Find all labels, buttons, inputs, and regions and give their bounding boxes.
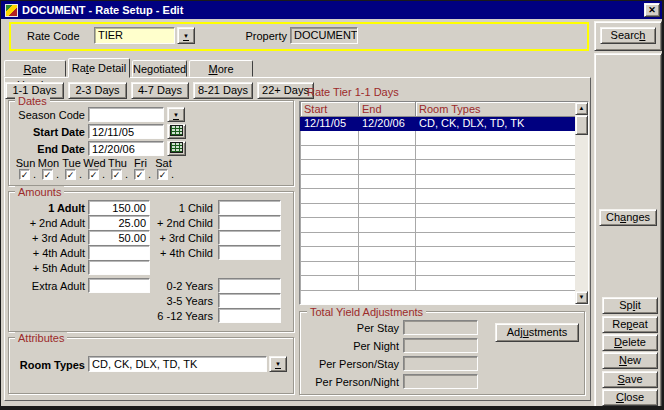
rate-tier-caption: Rate Tier 1-1 Days [307,86,399,98]
changes-button[interactable]: Changes [599,209,657,226]
table-row-empty[interactable] [301,261,576,276]
cell-room-types: CD, CK, DLX, TD, TK [416,116,576,131]
table-row-empty[interactable] [301,218,576,233]
adult2-label: + 2nd Adult [3,217,85,229]
adjustments-button[interactable]: Adjustments [495,323,579,342]
lov-arrow-icon: ▼ [173,112,179,120]
room-types-input[interactable]: CD, CK, DLX, TD, TK [88,356,267,372]
table-row-empty[interactable] [301,160,576,175]
adult5-input[interactable] [88,260,150,275]
scroll-up-icon: ▲ [579,105,585,111]
per-night-label: Per Night [303,340,399,352]
rate-tier-table-container: Start End Room Types 12/11/05 12/20/06 C… [299,101,589,305]
attributes-group-title: Attributes [15,332,67,344]
day-checkbox-tue[interactable]: ✓ [65,169,76,180]
dot: . [171,168,174,180]
column-header-room-types: Room Types [416,102,576,116]
close-button[interactable]: ✕ [644,3,660,17]
new-button[interactable]: New [602,352,658,369]
table-scrollbar[interactable]: ▲ ▼ [575,102,588,304]
calendar-icon [170,125,183,136]
table-row-empty[interactable] [301,203,576,218]
day-checkbox-sun[interactable]: ✓ [19,169,30,180]
scroll-up-button[interactable]: ▲ [575,102,588,115]
day-checkbox-mon[interactable]: ✓ [42,169,53,180]
tab-8-21-days[interactable]: 8-21 Days [193,82,253,99]
yield-group-title: Total Yield Adjustments [307,306,426,318]
tab-rate-header[interactable]: Rate Header [4,60,66,77]
rate-setup-window: DOCUMENT - Rate Setup - Edit ✕ Rate Code… [0,0,664,410]
save-button[interactable]: Save [602,371,658,388]
day-checkbox-wed[interactable]: ✓ [88,169,99,180]
day-checkbox-thu[interactable]: ✓ [111,169,122,180]
start-date-label: Start Date [3,126,85,138]
years-6-12-label: 6 -12 Years [101,310,213,322]
close-button-bottom[interactable]: Close [602,389,658,406]
per-stay-field [403,320,478,335]
repeat-button[interactable]: Repeat [602,316,658,333]
child4-input[interactable] [218,245,281,260]
lov-arrow-icon: ▼ [183,33,189,41]
season-code-lov-button[interactable]: ▼ [167,107,185,122]
rate-code-label: Rate Code [27,30,80,42]
room-types-lov-button[interactable]: ▼ [269,356,287,372]
scroll-down-button[interactable]: ▼ [575,291,588,304]
child1-input[interactable] [218,200,281,215]
per-night-field [403,338,478,353]
tab-rate-detail[interactable]: Rate Detail [68,58,130,78]
adult3-label: + 3rd Adult [3,232,85,244]
tab-4-7-days[interactable]: 4-7 Days [131,82,189,99]
season-code-input[interactable] [88,107,164,122]
tab-negotiated[interactable]: Negotiated [132,60,187,77]
title-bar: DOCUMENT - Rate Setup - Edit ✕ [1,1,662,19]
tab-22plus-days[interactable]: 22+ Days [257,82,314,99]
season-code-label: Season Code [3,109,85,121]
table-row-empty[interactable] [301,276,576,291]
window-title: DOCUMENT - Rate Setup - Edit [22,4,644,16]
lov-arrow-icon: ▼ [275,361,281,369]
header-panel: Rate Code TIER ▼ Property DOCUMENT [9,22,589,51]
delete-button[interactable]: Delete [602,334,658,351]
column-header-start: Start [301,102,359,116]
day-checkbox-sat[interactable]: ✓ [157,169,168,180]
years-0-2-label: 0-2 Years [101,280,213,292]
rate-tier-table: Start End Room Types 12/11/05 12/20/06 C… [300,102,576,291]
scroll-thumb[interactable] [575,115,588,135]
child2-label: + 2nd Child [101,217,213,229]
dot: . [125,168,128,180]
split-button[interactable]: Split [602,297,658,314]
rate-code-input[interactable]: TIER [94,27,175,44]
day-checkbox-fri[interactable]: ✓ [134,169,145,180]
child2-input[interactable] [218,215,281,230]
table-row-empty[interactable] [301,189,576,204]
table-row-empty[interactable] [301,131,576,146]
cell-end: 12/20/06 [359,116,416,131]
end-date-calendar-button[interactable] [167,141,186,156]
adult1-label: 1 Adult [3,202,85,214]
start-date-input[interactable]: 12/11/05 [88,124,164,139]
amounts-group-title: Amounts [15,186,64,198]
property-field: DOCUMENT [290,27,358,44]
tab-2-3-days[interactable]: 2-3 Days [68,82,127,99]
table-row-empty[interactable] [301,145,576,160]
room-types-label: Room Types [3,359,85,371]
table-row-empty[interactable] [301,247,576,262]
tab-more[interactable]: More [189,60,253,77]
dot: . [56,168,59,180]
years-6-12-input[interactable] [218,308,281,323]
search-button[interactable]: Search [600,27,656,44]
table-row-selected[interactable]: 12/11/05 12/20/06 CD, CK, DLX, TD, TK [301,116,576,131]
table-row-empty[interactable] [301,174,576,189]
end-date-input[interactable]: 12/20/06 [88,141,164,156]
dot: . [148,168,151,180]
table-row-empty[interactable] [301,232,576,247]
per-person-stay-label: Per Person/Stay [303,358,399,370]
years-0-2-input[interactable] [218,278,281,293]
end-date-label: End Date [3,143,85,155]
years-3-5-input[interactable] [218,293,281,308]
property-label: Property [191,30,287,42]
start-date-calendar-button[interactable] [167,124,186,139]
child3-input[interactable] [218,230,281,245]
column-header-end: End [359,102,416,116]
dot: . [33,168,36,180]
